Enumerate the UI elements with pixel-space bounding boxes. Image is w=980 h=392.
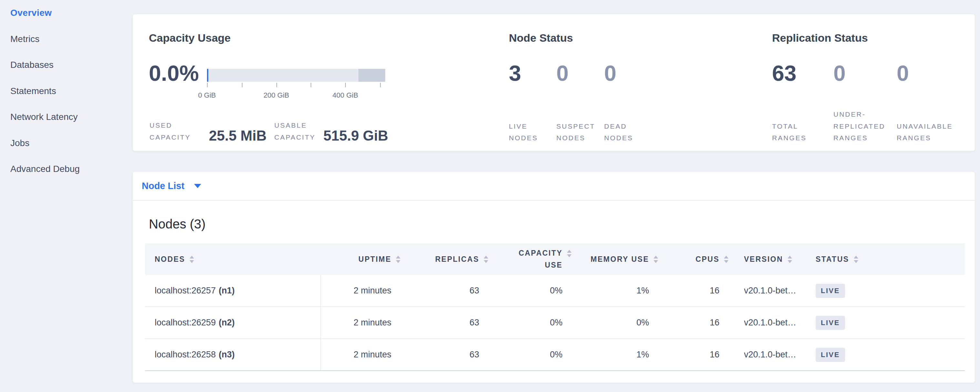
nodes-table-header: NODES UPTIME REPLICAS CAPACITY USE MEMOR… [145,243,965,275]
sidebar-item-databases[interactable]: Databases [10,52,127,78]
node-address-cell[interactable]: localhost:26259 (n2) [145,307,321,338]
sort-icon[interactable] [788,256,792,263]
replicas-cell: 63 [405,307,493,338]
column-label: REPLICAS [435,255,479,264]
version-cell: v20.1.0-bet… [733,307,812,338]
sidebar-item-overview[interactable]: Overview [10,0,127,26]
sidebar-item-metrics[interactable]: Metrics [10,26,127,53]
status-badge: LIVE [816,348,845,362]
node-address: localhost:26258 [155,350,216,360]
capacity-axis-labels: 0 GiB 200 GiB 400 GiB [207,91,385,101]
node-id: (n1) [219,286,235,296]
nodes-count-heading: Nodes (3) [149,217,206,231]
column-header-memory-use[interactable]: MEMORY USE [576,243,663,275]
live-nodes-stat: 3 LIVE NODES [509,14,556,151]
column-header-status[interactable]: STATUS [812,243,965,275]
cpus-cell: 16 [663,307,733,338]
table-row[interactable]: localhost:26257 (n1) 2 minutes 63 0% 1% … [145,275,965,307]
unavailable-ranges-value: 0 [897,62,909,84]
sort-icon[interactable] [189,256,194,263]
dead-nodes-value: 0 [604,62,616,84]
column-label: CAPACITY USE [514,247,563,271]
sort-icon[interactable] [484,256,488,263]
table-row[interactable]: localhost:26258 (n3) 2 minutes 63 0% 1% … [145,339,965,371]
capacity-axis [207,83,385,87]
under-replicated-ranges-label: UNDER-REPLICATED RANGES [834,108,903,144]
capacity-usage-title: Capacity Usage [149,32,231,44]
total-ranges-label: TOTAL RANGES [772,121,827,145]
axis-tick [242,83,242,87]
column-label: STATUS [816,255,849,264]
column-label: NODES [155,255,185,264]
under-replicated-ranges-value: 0 [834,62,846,84]
sort-icon[interactable] [724,256,729,263]
sidebar-item-advanced-debug[interactable]: Advanced Debug [10,156,127,182]
under-replicated-ranges-stat: 0 UNDER-REPLICATED RANGES [834,14,897,151]
axis-tick [345,83,346,87]
replicas-cell: 63 [405,339,493,370]
sort-icon[interactable] [654,256,658,263]
used-capacity-label: USED CAPACITY [150,120,194,143]
cpus-cell: 16 [663,275,733,306]
sidebar-item-statements[interactable]: Statements [10,78,127,104]
axis-tick [380,83,381,87]
sort-icon[interactable] [854,256,858,263]
live-nodes-value: 3 [509,62,521,84]
total-ranges-stat: 63 TOTAL RANGES [772,14,834,151]
used-capacity-value: 25.5 MiB [209,128,267,143]
sort-icon[interactable] [396,256,400,263]
dead-nodes-label: DEAD NODES [604,121,652,145]
sort-icon[interactable] [567,250,571,257]
version-cell: v20.1.0-bet… [733,339,812,370]
node-id: (n3) [219,350,235,360]
node-address: localhost:26257 [155,286,216,296]
capacity-use-cell: 0% [493,307,576,338]
column-label: MEMORY USE [590,255,649,264]
status-badge: LIVE [816,284,845,298]
status-badge: LIVE [816,316,845,330]
cluster-summary-card: Capacity Usage 0.0% 0 GiB 200 GiB 400 Gi… [132,14,975,151]
capacity-bar [207,69,385,82]
dead-nodes-stat: 0 DEAD NODES [604,14,652,151]
uptime-cell: 2 minutes [321,307,405,338]
capacity-use-cell: 0% [493,275,576,306]
axis-tick-label: 0 GiB [198,91,216,100]
replicas-cell: 63 [405,275,493,306]
suspect-nodes-label: SUSPECT NODES [556,121,605,145]
column-header-uptime[interactable]: UPTIME [321,243,405,275]
axis-tick [277,83,277,87]
column-header-version[interactable]: VERSION [733,243,812,275]
node-list-dropdown[interactable]: Node List [142,181,201,191]
view-selector-row: Node List [133,172,975,201]
cpus-cell: 16 [663,339,733,370]
axis-tick [207,83,208,87]
node-id: (n2) [219,318,235,328]
axis-tick [311,83,311,87]
suspect-nodes-stat: 0 SUSPECT NODES [556,14,604,151]
sidebar-item-network-latency[interactable]: Network Latency [10,104,127,130]
chevron-down-icon [194,184,201,188]
status-cell: LIVE [812,339,965,370]
version-cell: v20.1.0-bet… [733,275,812,306]
overview-page: Overview Metrics Databases Statements Ne… [0,0,980,392]
node-address: localhost:26259 [155,318,216,328]
unavailable-ranges-stat: 0 UNAVAILABLE RANGES [897,14,974,151]
nodes-table: NODES UPTIME REPLICAS CAPACITY USE MEMOR… [145,243,965,371]
node-address-cell[interactable]: localhost:26258 (n3) [145,339,321,370]
column-label: VERSION [744,255,783,264]
node-address-cell[interactable]: localhost:26257 (n1) [145,275,321,306]
sidebar-nav: Overview Metrics Databases Statements Ne… [10,0,127,182]
column-header-cpus[interactable]: CPUS [663,243,733,275]
capacity-stats: USED CAPACITY 25.5 MiB USABLE CAPACITY 5… [150,120,388,143]
usable-capacity-label: USABLE CAPACITY [274,120,319,143]
uptime-cell: 2 minutes [321,275,405,306]
axis-tick-label: 200 GiB [264,91,289,100]
capacity-bar-reserved-segment [358,69,385,82]
column-header-nodes[interactable]: NODES [145,243,321,275]
table-row[interactable]: localhost:26259 (n2) 2 minutes 63 0% 0% … [145,307,965,339]
column-header-replicas[interactable]: REPLICAS [405,243,493,275]
unavailable-ranges-label: UNAVAILABLE RANGES [897,121,974,145]
memory-use-cell: 1% [576,275,663,306]
column-header-capacity-use[interactable]: CAPACITY USE [493,243,576,275]
sidebar-item-jobs[interactable]: Jobs [10,130,127,156]
